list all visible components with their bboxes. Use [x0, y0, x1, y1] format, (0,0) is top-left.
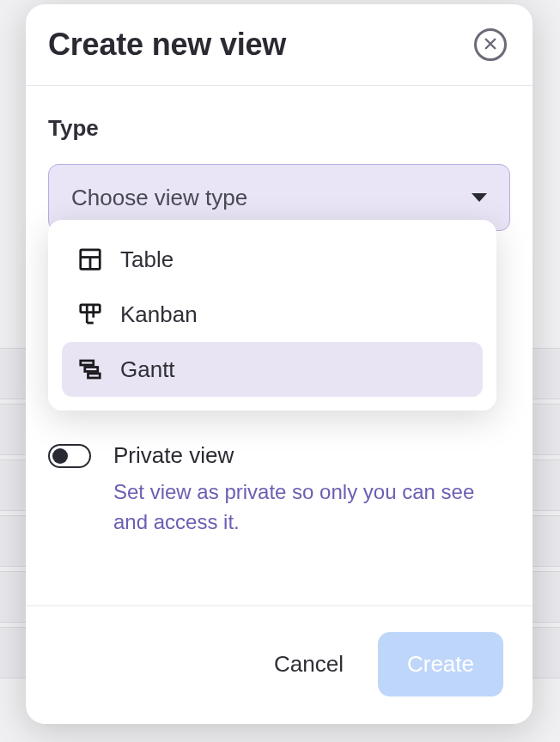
option-label: Gantt	[120, 356, 175, 383]
close-button[interactable]	[474, 28, 507, 61]
create-view-modal: Create new view Type Choose view type	[26, 4, 533, 724]
option-label: Table	[120, 246, 173, 273]
private-view-toggle[interactable]	[48, 444, 91, 468]
create-button[interactable]: Create	[378, 632, 503, 696]
option-kanban[interactable]: Kanban	[62, 287, 483, 342]
private-view-row: Private view Set view as private so only…	[48, 442, 510, 572]
private-view-title: Private view	[113, 442, 510, 469]
view-type-dropdown: Table Kanban	[48, 220, 496, 411]
modal-header: Create new view	[26, 4, 533, 86]
svg-rect-12	[88, 374, 100, 378]
gantt-icon	[77, 356, 103, 382]
modal-title: Create new view	[48, 27, 286, 63]
option-table[interactable]: Table	[62, 232, 483, 287]
svg-rect-11	[85, 368, 98, 372]
option-label: Kanban	[120, 301, 198, 328]
modal-body: Type Choose view type Table	[26, 86, 533, 605]
type-label: Type	[48, 115, 510, 142]
select-placeholder: Choose view type	[71, 185, 247, 211]
option-gantt[interactable]: Gantt	[62, 342, 483, 397]
private-view-description: Set view as private so only you can see …	[113, 477, 510, 538]
table-icon	[77, 246, 103, 272]
chevron-down-icon	[472, 193, 487, 202]
modal-footer: Cancel Create	[26, 605, 533, 724]
private-view-text: Private view Set view as private so only…	[113, 442, 510, 538]
svg-rect-10	[81, 361, 94, 365]
kanban-icon	[77, 301, 103, 327]
svg-rect-5	[81, 305, 100, 313]
close-icon	[483, 36, 498, 54]
cancel-button[interactable]: Cancel	[269, 641, 349, 688]
